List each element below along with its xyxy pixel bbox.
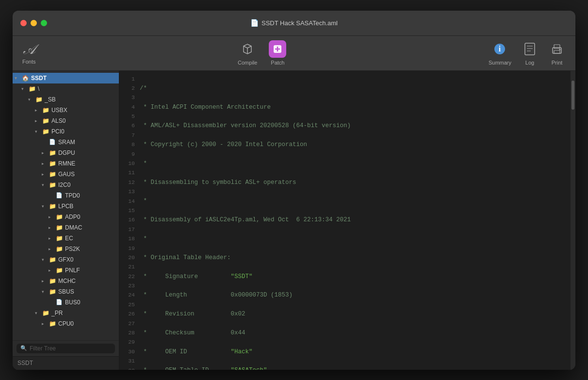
tree-item-als0[interactable]: 📁 ALS0 bbox=[13, 116, 119, 126]
tree-arrow-ec bbox=[49, 236, 55, 241]
folder-icon-sbus: 📁 bbox=[49, 288, 56, 296]
sidebar-footer: SSDT bbox=[13, 356, 119, 370]
print-label: Print bbox=[552, 60, 563, 66]
home-icon: 🏠 bbox=[21, 74, 29, 82]
tree-arrow-dmac bbox=[49, 225, 55, 230]
file-icon: 📄 bbox=[250, 19, 259, 27]
tree-arrow-usbx bbox=[35, 108, 42, 113]
tree-arrow-als0 bbox=[35, 118, 42, 123]
toolbar: 𝒜 Fonts Compile bbox=[13, 36, 575, 71]
tree-view[interactable]: 🏠 SSDT 📁 \ 📁 _SB 📁 bbox=[13, 71, 119, 340]
folder-icon-dgpu: 📁 bbox=[49, 149, 56, 157]
tree-item-dmac[interactable]: 📁 DMAC bbox=[13, 222, 119, 233]
main-content: 🏠 SSDT 📁 \ 📁 _SB 📁 bbox=[13, 71, 575, 370]
compile-button[interactable]: Compile bbox=[238, 40, 257, 66]
titlebar: 📄 SSDT Hack SASATech.aml bbox=[13, 11, 575, 36]
sidebar-footer-label: SSDT bbox=[17, 360, 33, 366]
tree-item-pci0[interactable]: 📁 PCI0 bbox=[13, 126, 119, 137]
folder-icon-dmac: 📁 bbox=[55, 224, 63, 231]
tree-arrow-pci0 bbox=[35, 129, 42, 134]
tree-item-pnlf[interactable]: 📁 PNLF bbox=[13, 265, 119, 276]
tree-item-i2c0[interactable]: 📁 I2C0 bbox=[13, 180, 119, 190]
log-icon bbox=[521, 40, 539, 58]
maximize-button[interactable] bbox=[41, 20, 47, 26]
folder-icon-sb: 📁 bbox=[35, 96, 43, 103]
tree-arrow-lpcb bbox=[42, 204, 49, 209]
tree-item-sb[interactable]: 📁 _SB bbox=[13, 94, 119, 105]
tree-item-gaus[interactable]: 📁 GAUS bbox=[13, 169, 119, 180]
code-view[interactable]: 1 2 3 4 5 6 7 8 9 10 11 12 13 14 15 16 1 bbox=[119, 71, 575, 370]
main-window: 📄 SSDT Hack SASATech.aml 𝒜 Fonts bbox=[13, 11, 575, 370]
print-icon bbox=[548, 40, 566, 58]
tree-arrow-mchc bbox=[42, 279, 49, 283]
folder-icon-pci0: 📁 bbox=[42, 128, 49, 135]
tree-item-ps2k[interactable]: 📁 PS2K bbox=[13, 244, 119, 254]
file-icon-tpd0: 📄 bbox=[55, 192, 63, 199]
tree-item-usbx[interactable]: 📁 USBX bbox=[13, 105, 119, 116]
summary-button[interactable]: i Summary bbox=[489, 40, 511, 66]
tree-arrow-ps2k bbox=[49, 247, 55, 251]
tree-item-ssdt[interactable]: 🏠 SSDT bbox=[13, 73, 119, 83]
tree-arrow-i2c0 bbox=[42, 182, 49, 187]
tree-item-backslash[interactable]: 📁 \ bbox=[13, 83, 119, 94]
search-wrapper: 🔍 bbox=[16, 344, 115, 353]
tree-item-cpu0[interactable]: 📁 CPU0 bbox=[13, 318, 119, 329]
file-icon-sram: 📄 bbox=[49, 138, 56, 146]
folder-icon-pnlf: 📁 bbox=[55, 266, 63, 274]
tree-arrow-sbus bbox=[42, 289, 49, 294]
folder-icon-ec: 📁 bbox=[55, 234, 63, 242]
folder-icon-i2c0: 📁 bbox=[49, 181, 56, 189]
tree-arrow-pr bbox=[35, 311, 42, 315]
tree-item-gfx0[interactable]: 📁 GFX0 bbox=[13, 254, 119, 265]
folder-icon-lpcb: 📁 bbox=[49, 202, 56, 210]
close-button[interactable] bbox=[20, 20, 27, 26]
tree-arrow-gfx0 bbox=[42, 257, 49, 262]
compile-icon bbox=[239, 40, 256, 58]
tree-item-rmne[interactable]: 📁 RMNE bbox=[13, 158, 119, 169]
tree-item-ec[interactable]: 📁 EC bbox=[13, 233, 119, 244]
tree-item-pr[interactable]: 📁 _PR bbox=[13, 308, 119, 318]
fonts-icon: 𝒜 bbox=[23, 42, 35, 58]
svg-rect-5 bbox=[525, 43, 535, 55]
minimize-button[interactable] bbox=[31, 20, 37, 26]
summary-icon: i bbox=[491, 40, 508, 58]
tree-item-sbus[interactable]: 📁 SBUS bbox=[13, 286, 119, 297]
filter-tree-input[interactable] bbox=[30, 345, 111, 352]
scrollbar-track[interactable] bbox=[571, 71, 575, 370]
fonts-button[interactable]: 𝒜 Fonts bbox=[22, 42, 36, 65]
fonts-label: Fonts bbox=[22, 59, 36, 65]
tree-item-adp0[interactable]: 📁 ADP0 bbox=[13, 212, 119, 222]
folder-icon-gfx0: 📁 bbox=[49, 256, 56, 264]
editor-area[interactable]: 1 2 3 4 5 6 7 8 9 10 11 12 13 14 15 16 1 bbox=[119, 71, 575, 370]
tree-item-lpcb[interactable]: 📁 LPCB bbox=[13, 201, 119, 212]
tree-arrow-sb bbox=[28, 97, 35, 102]
scrollbar-thumb[interactable] bbox=[572, 81, 574, 110]
tree-arrow-gaus bbox=[42, 172, 49, 177]
compile-label: Compile bbox=[238, 60, 257, 66]
tree-arrow-rmne bbox=[42, 161, 49, 166]
summary-label: Summary bbox=[489, 60, 511, 66]
folder-icon-rmne: 📁 bbox=[49, 160, 56, 167]
tree-item-sram[interactable]: 📄 SRAM bbox=[13, 137, 119, 148]
svg-text:i: i bbox=[499, 45, 501, 53]
svg-rect-11 bbox=[554, 50, 560, 53]
tree-arrow-backslash bbox=[21, 86, 28, 91]
log-button[interactable]: Log bbox=[521, 40, 539, 66]
patch-icon bbox=[269, 40, 286, 58]
folder-icon-pr: 📁 bbox=[42, 309, 49, 317]
folder-icon-mchc: 📁 bbox=[49, 277, 56, 285]
folder-icon-ps2k: 📁 bbox=[55, 245, 63, 253]
print-button[interactable]: Print bbox=[548, 40, 566, 66]
tree-item-tpd0[interactable]: 📄 TPD0 bbox=[13, 190, 119, 201]
search-icon: 🔍 bbox=[20, 345, 27, 351]
tree-item-dgpu[interactable]: 📁 DGPU bbox=[13, 148, 119, 158]
tree-item-bus0[interactable]: 📄 BUS0 bbox=[13, 297, 119, 308]
toolbar-left: 𝒜 Fonts bbox=[22, 42, 36, 65]
folder-icon-adp0: 📁 bbox=[55, 213, 63, 221]
patch-button[interactable]: Patch bbox=[269, 40, 286, 66]
tree-item-mchc[interactable]: 📁 MCHC bbox=[13, 276, 119, 286]
sidebar: 🏠 SSDT 📁 \ 📁 _SB 📁 bbox=[13, 71, 119, 370]
folder-icon: 📁 bbox=[28, 85, 36, 93]
tree-arrow-dgpu bbox=[42, 150, 49, 155]
file-icon-bus0: 📄 bbox=[55, 298, 63, 306]
